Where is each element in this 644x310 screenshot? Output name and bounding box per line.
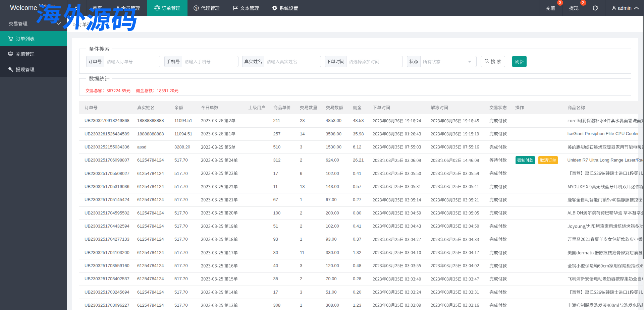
svg-text:$: $ (195, 6, 197, 10)
